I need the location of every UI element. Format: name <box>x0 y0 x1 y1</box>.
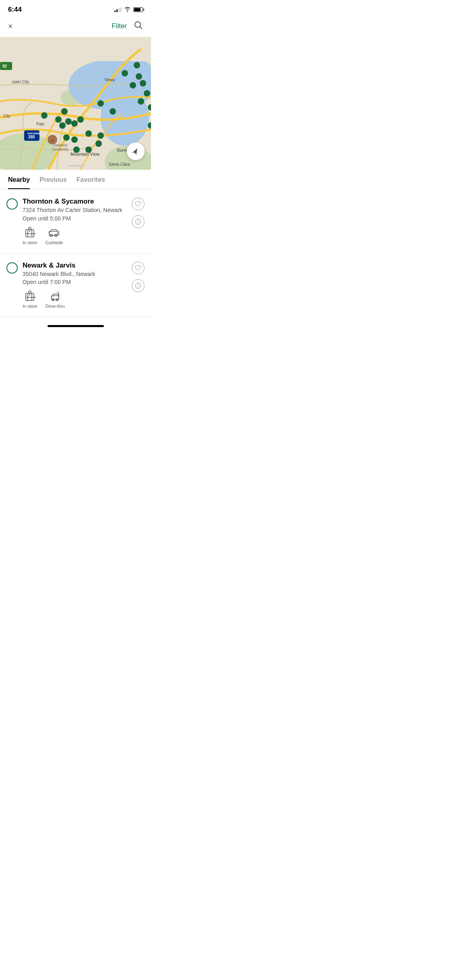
tab-previous[interactable]: Previous <box>39 176 67 189</box>
drag-handle <box>68 165 84 167</box>
status-bar: 6:44 <box>0 0 151 17</box>
svg-point-46 <box>73 146 80 153</box>
svg-point-42 <box>85 130 92 137</box>
signal-icon <box>114 7 122 12</box>
status-time: 6:44 <box>8 6 22 14</box>
store-item-2: Newark & Jarvis 35040 Newark Blvd., Newa… <box>0 253 151 317</box>
store-actions-2 <box>132 261 145 292</box>
curbside-icon <box>48 226 60 239</box>
svg-text:Interstate: Interstate <box>27 132 40 135</box>
store-address-1: 7324 Thorton Av Carter Station, Newark <box>23 206 127 214</box>
svg-point-28 <box>140 80 146 86</box>
service-label-instore-1: In store <box>23 240 37 245</box>
svg-line-74 <box>57 292 59 293</box>
svg-point-26 <box>122 70 128 76</box>
svg-text:Santa Clara: Santa Clara <box>109 162 130 167</box>
svg-point-25 <box>134 62 140 68</box>
map[interactable]: Interstate 280 🎓 Stanford University ost… <box>0 37 151 170</box>
drivethru-icon <box>49 290 61 302</box>
svg-point-45 <box>85 146 92 153</box>
store-item: Thornton & Sycamore 7324 Thorton Av Cart… <box>0 189 151 253</box>
favorite-button-2[interactable] <box>132 261 145 274</box>
svg-text:Palo: Palo <box>36 122 44 126</box>
store-address-2: 35040 Newark Blvd., Newark <box>23 270 127 278</box>
svg-text:City: City <box>3 114 10 118</box>
store-selector-1[interactable] <box>6 198 18 210</box>
svg-point-36 <box>65 118 72 125</box>
store-services-2: In store Drive-thru <box>23 290 127 309</box>
svg-point-27 <box>136 73 142 80</box>
svg-point-47 <box>97 100 104 107</box>
store-hours-1: Open until 5:00 PM <box>23 215 127 222</box>
service-instore-1[interactable]: In store <box>23 226 37 245</box>
store-name-1: Thornton & Sycamore <box>23 198 127 206</box>
service-label-instore-2: In store <box>23 304 37 309</box>
instore-icon <box>24 226 36 239</box>
svg-point-34 <box>61 108 68 115</box>
svg-point-37 <box>59 122 66 129</box>
tab-nearby[interactable]: Nearby <box>8 176 30 189</box>
header-actions: Filter <box>112 20 143 32</box>
service-instore-2[interactable]: In store <box>23 290 37 309</box>
service-drivethru-2[interactable]: Drive-thru <box>46 290 65 309</box>
store-hours-2: Open until 7:00 PM <box>23 279 127 285</box>
svg-point-43 <box>97 132 104 139</box>
info-button-1[interactable] <box>132 215 145 228</box>
tab-favorites[interactable]: Favorites <box>77 176 105 189</box>
store-info-2: Newark & Jarvis 35040 Newark Blvd., Newa… <box>23 261 127 309</box>
store-info-1: Thornton & Sycamore 7324 Thorton Av Cart… <box>23 198 127 245</box>
header: × Filter <box>0 17 151 37</box>
svg-text:280: 280 <box>28 135 35 139</box>
instore-icon-2 <box>24 290 36 302</box>
service-label-curbside-1: Curbside <box>46 240 63 245</box>
svg-point-35 <box>55 116 62 123</box>
svg-point-29 <box>130 82 136 89</box>
svg-point-39 <box>77 116 84 123</box>
svg-text:Stanford: Stanford <box>54 143 67 147</box>
svg-point-38 <box>71 120 78 127</box>
svg-text:oster City: oster City <box>12 80 29 84</box>
location-button[interactable] <box>127 142 145 160</box>
svg-text:Newa: Newa <box>105 78 115 82</box>
svg-text:92: 92 <box>2 64 7 68</box>
svg-point-31 <box>138 98 144 105</box>
store-actions-1 <box>132 198 145 228</box>
svg-point-40 <box>63 134 70 141</box>
store-services-1: In store Curbside <box>23 226 127 245</box>
svg-point-68 <box>29 291 31 293</box>
svg-point-48 <box>110 108 116 115</box>
home-indicator-area <box>0 317 151 332</box>
close-button[interactable]: × <box>8 22 13 31</box>
svg-text:🎓: 🎓 <box>51 139 54 142</box>
store-list: Thornton & Sycamore 7324 Thorton Av Cart… <box>0 189 151 317</box>
svg-point-33 <box>41 112 48 119</box>
svg-point-41 <box>71 136 78 143</box>
search-button[interactable] <box>133 20 143 32</box>
service-label-drivethru-2: Drive-thru <box>46 304 65 309</box>
svg-point-44 <box>95 140 102 147</box>
battery-icon <box>133 7 143 12</box>
wifi-icon <box>124 6 131 13</box>
favorite-button-1[interactable] <box>132 198 145 210</box>
service-curbside-1[interactable]: Curbside <box>46 226 63 245</box>
svg-point-54 <box>29 227 31 230</box>
svg-point-30 <box>144 90 150 97</box>
tabs: Nearby Previous Favorites <box>0 170 151 189</box>
svg-line-1 <box>140 27 142 29</box>
home-indicator <box>48 325 104 327</box>
store-selector-2[interactable] <box>6 262 18 274</box>
info-button-2[interactable] <box>132 279 145 292</box>
filter-button[interactable]: Filter <box>112 22 127 30</box>
store-name-2: Newark & Jarvis <box>23 261 127 270</box>
status-icons <box>114 6 143 13</box>
svg-text:University: University <box>52 147 68 151</box>
